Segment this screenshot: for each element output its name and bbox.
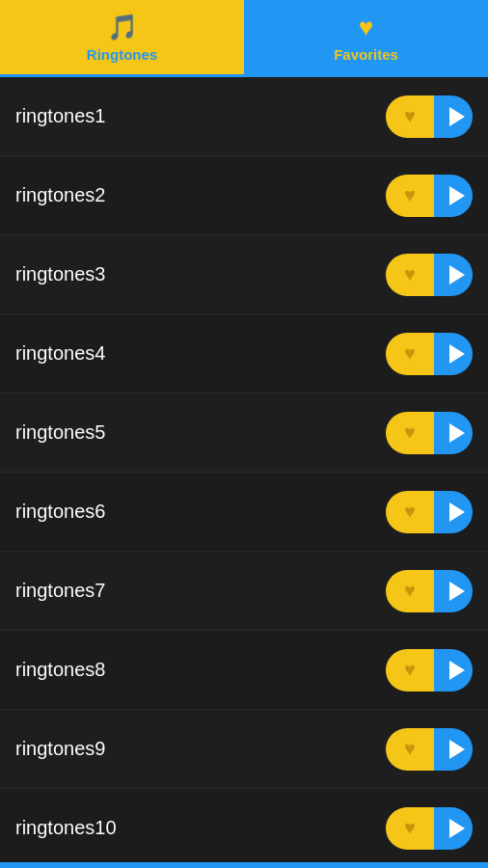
- heart-icon: ♥: [404, 342, 416, 365]
- ringtone-name: ringtones7: [15, 580, 105, 602]
- ringtone-controls: ♥: [386, 254, 473, 296]
- ringtone-name: ringtones10: [15, 817, 117, 839]
- ringtone-name: ringtones1: [15, 105, 105, 127]
- ringtone-name: ringtones5: [15, 421, 105, 444]
- favorite-button[interactable]: ♥: [386, 333, 434, 375]
- favorite-button[interactable]: ♥: [386, 491, 434, 533]
- play-triangle-icon: [449, 819, 465, 838]
- play-triangle-icon: [449, 740, 465, 759]
- play-triangle-icon: [449, 502, 465, 522]
- ringtone-name: ringtones9: [15, 738, 105, 760]
- list-item: ringtones8 ♥: [0, 631, 488, 710]
- play-triangle-icon: [449, 344, 465, 364]
- heart-icon: ♥: [404, 817, 416, 839]
- ringtone-controls: ♥: [386, 175, 473, 217]
- play-button[interactable]: [434, 254, 473, 296]
- heart-icon: ♥: [404, 738, 416, 760]
- list-item: ringtones2 ♥: [0, 156, 488, 235]
- play-button[interactable]: [434, 412, 473, 454]
- tab-favorites[interactable]: ♥ Favorites: [244, 0, 488, 74]
- play-triangle-icon: [449, 661, 465, 680]
- tab-favorites-label: Favorites: [334, 46, 398, 63]
- play-button[interactable]: [434, 649, 473, 692]
- heart-icon: ♥: [404, 184, 416, 206]
- heart-icon: ♥: [404, 263, 416, 285]
- play-button[interactable]: [434, 728, 473, 771]
- list-item: ringtones6 ♥: [0, 473, 488, 552]
- ringtone-controls: ♥: [386, 333, 473, 375]
- play-button[interactable]: [434, 491, 473, 533]
- favorite-button[interactable]: ♥: [386, 570, 434, 612]
- heart-icon: ♥: [404, 501, 416, 523]
- play-button[interactable]: [434, 570, 473, 612]
- ringtone-name: ringtones6: [15, 501, 105, 523]
- list-item: ringtones10 ♥: [0, 789, 488, 868]
- favorite-button[interactable]: ♥: [386, 649, 434, 692]
- play-triangle-icon: [449, 423, 465, 443]
- tab-ringtones[interactable]: 🎵 Ringtones: [0, 0, 244, 74]
- play-button[interactable]: [434, 807, 473, 850]
- play-triangle-icon: [449, 107, 465, 126]
- favorite-button[interactable]: ♥: [386, 412, 434, 454]
- play-triangle-icon: [449, 265, 465, 285]
- favorite-button[interactable]: ♥: [386, 254, 434, 296]
- ringtone-name: ringtones2: [15, 184, 105, 206]
- ringtone-controls: ♥: [386, 807, 473, 850]
- ringtone-list: ringtones1 ♥ ringtones2 ♥ ringtones3: [0, 77, 488, 868]
- play-triangle-icon: [449, 582, 465, 601]
- play-button[interactable]: [434, 95, 473, 138]
- tab-bar: 🎵 Ringtones ♥ Favorites: [0, 0, 488, 77]
- ringtone-controls: ♥: [386, 649, 473, 692]
- list-item: ringtones7 ♥: [0, 552, 488, 631]
- heart-icon: ♥: [404, 421, 416, 444]
- heart-icon: ♥: [404, 105, 416, 127]
- ringtone-controls: ♥: [386, 570, 473, 612]
- ringtone-controls: ♥: [386, 95, 473, 138]
- list-item: ringtones5 ♥: [0, 393, 488, 473]
- ringtone-controls: ♥: [386, 728, 473, 771]
- heart-icon: ♥: [404, 580, 416, 602]
- play-button[interactable]: [434, 175, 473, 217]
- play-triangle-icon: [449, 186, 465, 205]
- list-item: ringtones1 ♥: [0, 77, 488, 156]
- tab-ringtones-label: Ringtones: [87, 46, 157, 63]
- play-button[interactable]: [434, 333, 473, 375]
- heart-icon: ♥: [404, 659, 416, 681]
- favorite-button[interactable]: ♥: [386, 807, 434, 850]
- folder-music-icon: 🎵: [107, 13, 138, 42]
- list-item: ringtones4 ♥: [0, 314, 488, 393]
- favorite-button[interactable]: ♥: [386, 175, 434, 217]
- heart-tab-icon: ♥: [359, 13, 373, 42]
- ringtone-controls: ♥: [386, 412, 473, 454]
- list-item: ringtones3 ♥: [0, 235, 488, 314]
- list-item: ringtones9 ♥: [0, 710, 488, 789]
- ringtone-name: ringtones3: [15, 263, 105, 285]
- bottom-bar: [0, 862, 488, 868]
- ringtone-name: ringtones4: [15, 342, 105, 365]
- favorite-button[interactable]: ♥: [386, 728, 434, 771]
- ringtone-name: ringtones8: [15, 659, 105, 681]
- favorite-button[interactable]: ♥: [386, 95, 434, 138]
- ringtone-controls: ♥: [386, 491, 473, 533]
